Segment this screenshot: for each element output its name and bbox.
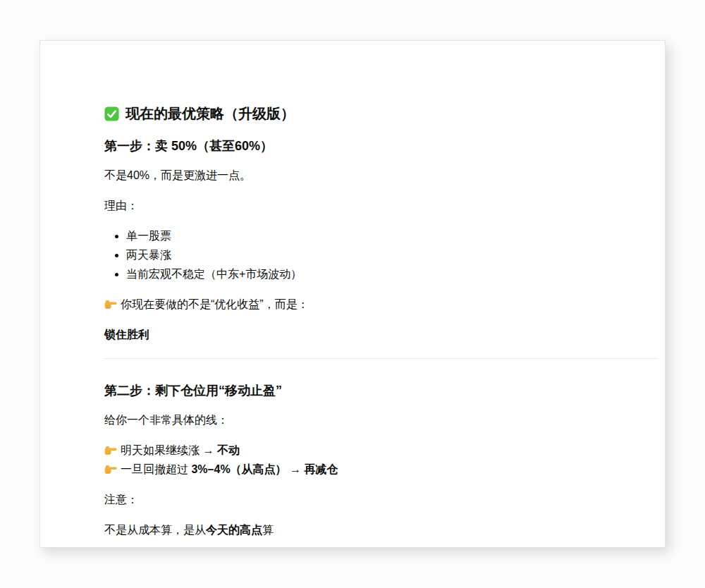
reasons-label: 理由： [104,196,658,215]
rule2-bold2: 再减仓 [305,463,338,475]
step1-conclusion-text: 锁住胜利 [104,329,149,341]
page-title: 现在的最优策略（升级版） [104,104,658,123]
section-divider [104,358,658,359]
note-label: 注意： [104,490,658,509]
note-pre: 不是从成本算，是从 [104,524,206,536]
pointing-right-icon [104,298,117,310]
rule-line-2: 一旦回撤超过 3%–4%（从高点） → 再减仓 [104,463,338,475]
page-title-text: 现在的最优策略（升级版） [125,104,295,123]
document-content: 现在的最优策略（升级版） 第一步：卖 50%（甚至60%） 不是40%，而是更激… [40,41,665,539]
step1-pointer-line: 你现在要做的不是“优化收益”，而是： [104,295,658,314]
note-bold: 今天的高点 [206,524,262,536]
note-post: 算 [262,524,274,536]
list-item: 单一股票 [126,226,658,245]
list-item: 当前宏观不稳定（中东+市场波动） [126,264,658,283]
pointing-right-icon [104,463,117,475]
rule2-pre: 一旦回撤超过 [121,463,191,475]
list-item: 两天暴涨 [126,245,658,264]
pointing-right-icon [104,443,117,456]
document-card: 现在的最优策略（升级版） 第一步：卖 50%（甚至60%） 不是40%，而是更激… [39,40,666,548]
step2-title: 第二步：剩下仓位用“移动止盈” [104,383,658,399]
rule2-bold1: 3%–4%（从高点） [191,463,286,475]
step2-rules: 明天如果继续涨 → 不动 一旦回撤超过 3%–4%（从高点） → 再减仓 [104,441,658,479]
step1-title: 第一步：卖 50%（甚至60%） [104,138,658,154]
note-line: 不是从成本算，是从今天的高点算 [104,520,658,539]
check-mark-icon [104,106,119,121]
step1-pointer-text: 你现在要做的不是“优化收益”，而是： [121,298,309,310]
rule1-pre: 明天如果继续涨 → [121,444,217,456]
rule1-bold: 不动 [217,444,240,456]
step1-conclusion: 锁住胜利 [104,325,658,344]
page-background: { "page": { "background_color": "#fcfcfc… [0,0,705,588]
step2-intro: 给你一个非常具体的线： [104,410,658,429]
rule-line-1: 明天如果继续涨 → 不动 [104,444,240,456]
rule2-mid: → [287,463,305,475]
step1-intro: 不是40%，而是更激进一点。 [104,166,658,185]
reason-list: 单一股票 两天暴涨 当前宏观不稳定（中东+市场波动） [104,226,658,283]
